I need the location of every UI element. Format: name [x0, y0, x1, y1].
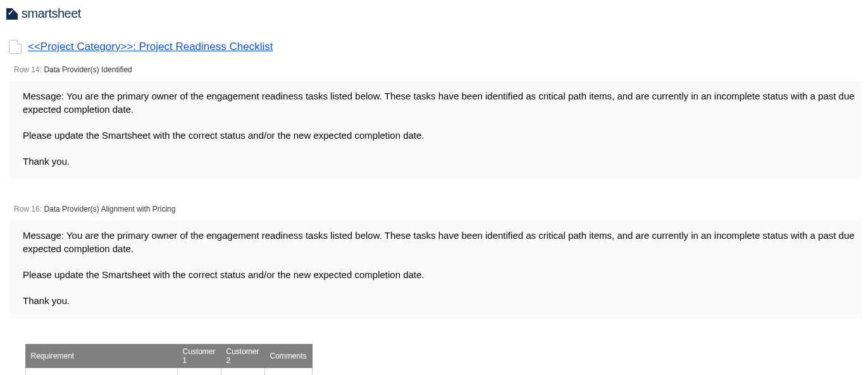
row-number: Row 16:: [14, 205, 42, 213]
message-paragraph: Please update the Smartsheet with the co…: [23, 129, 857, 142]
row-label-14: Row 14: Data Provider(s) Identified: [14, 65, 862, 74]
row-title: Data Provider(s) Identified: [44, 65, 132, 74]
requirements-table: Requirement Customer 1 Customer 2 Commen…: [13, 344, 313, 375]
row-label-16: Row 16: Data Provider(s) Alignment with …: [14, 205, 862, 213]
col-header-comments: Comments: [264, 345, 312, 368]
sheet-title-row: <<Project Category>>: Project Readiness …: [9, 40, 862, 54]
customer2-cell: [221, 368, 264, 376]
sheet-title-link[interactable]: <<Project Category>>: Project Readiness …: [28, 41, 273, 53]
col-header-customer1: Customer 1: [177, 345, 221, 368]
row-title: Data Provider(s) Alignment with Pricing: [44, 205, 175, 213]
message-paragraph: Thank you.: [23, 155, 857, 168]
row-number-cell: 14: [13, 368, 25, 376]
smartsheet-logo-icon: [6, 8, 18, 20]
sheet-icon: [9, 40, 22, 54]
comments-cell: [264, 368, 312, 376]
content-area: <<Project Category>>: Project Readiness …: [0, 21, 868, 375]
message-block-14: Message: You are the primary owner of th…: [9, 80, 862, 179]
message-block-16: Message: You are the primary owner of th…: [9, 220, 862, 319]
message-paragraph: Message: You are the primary owner of th…: [23, 229, 857, 255]
logo-area: smartsheet: [0, 0, 868, 21]
rownum-header: [13, 345, 25, 368]
customer1-cell: [177, 368, 221, 376]
message-paragraph: Thank you.: [23, 294, 857, 307]
table-row: 14 Data Provider(s) Identified: [13, 368, 312, 376]
message-paragraph: Please update the Smartsheet with the co…: [23, 268, 857, 281]
logo-text: smartsheet: [22, 6, 81, 21]
message-paragraph: Message: You are the primary owner of th…: [23, 89, 857, 116]
col-header-requirement: Requirement: [25, 345, 177, 368]
col-header-customer2: Customer 2: [221, 345, 264, 368]
row-number: Row 14:: [14, 65, 42, 74]
requirement-cell: Data Provider(s) Identified: [25, 368, 177, 376]
table-header-row: Requirement Customer 1 Customer 2 Commen…: [13, 345, 312, 368]
